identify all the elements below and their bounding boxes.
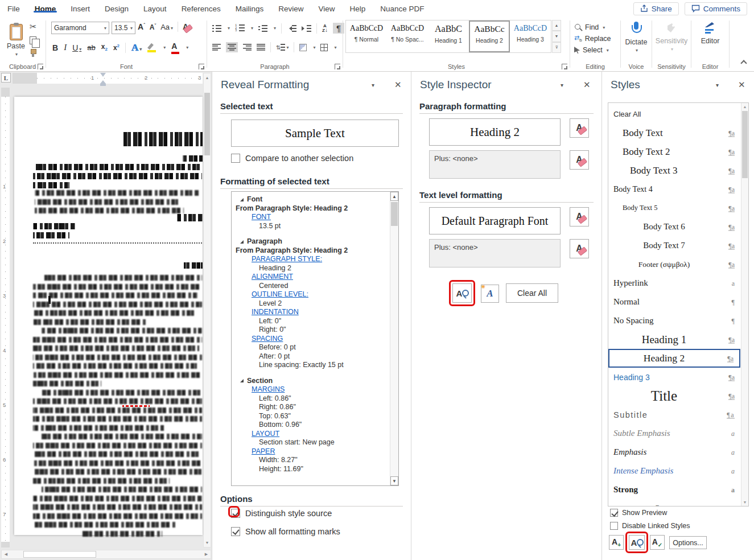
- format-link-font[interactable]: FONT: [236, 213, 389, 222]
- inspector-pane-close-icon[interactable]: ✕: [583, 80, 591, 90]
- grow-font-icon[interactable]: Aˆ: [138, 22, 145, 31]
- inspector-pane-menu-arrow[interactable]: ▾: [561, 82, 563, 88]
- compare-selection-row[interactable]: Compare to another selection: [231, 154, 353, 163]
- scroll-right-arrow[interactable]: ▶: [202, 550, 211, 558]
- format-link-alignment[interactable]: ALIGNMENT: [236, 273, 389, 282]
- scroll-left-arrow[interactable]: ◀: [2, 550, 10, 558]
- style-item-body-text-7[interactable]: Body Text 7¶a: [608, 236, 740, 255]
- gallery-expand-arrow[interactable]: ⊽: [552, 42, 561, 53]
- styles-scroll-up[interactable]: ▲: [741, 105, 748, 109]
- clipboard-dialog-launcher[interactable]: [38, 64, 43, 69]
- option-show-all-formatting-marks[interactable]: Show all formatting marks: [231, 527, 340, 536]
- checkbox[interactable]: [231, 509, 240, 518]
- share-button[interactable]: Share: [633, 2, 679, 15]
- select-button[interactable]: Select▾: [574, 44, 611, 56]
- style-item-heading-3[interactable]: Heading 3¶a: [608, 368, 740, 386]
- borders-button[interactable]: [320, 44, 328, 51]
- style-item-strong[interactable]: Stronga: [608, 480, 740, 499]
- menu-tab-help[interactable]: Help: [343, 5, 373, 13]
- checkbox[interactable]: [231, 527, 240, 536]
- underline-button[interactable]: U▾: [72, 43, 81, 52]
- gallery-up-arrow[interactable]: ▲: [552, 20, 561, 31]
- copy-icon[interactable]: [30, 36, 36, 44]
- menu-tab-view[interactable]: View: [311, 5, 342, 13]
- increase-indent-button[interactable]: [302, 25, 311, 32]
- clear-formatting-icon[interactable]: A: [183, 22, 188, 31]
- align-center-button[interactable]: [226, 42, 238, 52]
- menu-tab-references[interactable]: References: [174, 5, 228, 13]
- style-item-body-text[interactable]: Body Text¶a: [608, 123, 740, 142]
- style-item-body-text-5[interactable]: Body Text 5¶a: [608, 199, 740, 217]
- show-preview-checkbox[interactable]: [610, 509, 618, 517]
- sort-button[interactable]: AZ↓: [322, 24, 328, 32]
- clear-paragraph-plus-button[interactable]: A: [570, 150, 589, 170]
- gallery-style-heading-1[interactable]: AaBbCHeading 1: [428, 20, 469, 52]
- styles-pane-menu-arrow[interactable]: ▾: [716, 82, 719, 88]
- font-name-combobox[interactable]: Garamond▾: [51, 22, 109, 34]
- reveal-formatting-button[interactable]: A: [452, 283, 472, 303]
- styles-scroll-thumb[interactable]: [742, 111, 748, 178]
- menu-tab-mailings[interactable]: Mailings: [228, 5, 271, 13]
- format-link-indentation[interactable]: INDENTATION: [236, 308, 389, 317]
- gallery-style--normal[interactable]: AaBbCcD¶ Normal: [346, 20, 387, 52]
- reveal-pane-close-icon[interactable]: ✕: [394, 80, 402, 90]
- style-item-hyperlink[interactable]: Hyperlinka: [608, 274, 740, 293]
- clear-all-button[interactable]: Clear All: [506, 283, 558, 303]
- collapse-triangle-icon[interactable]: [240, 198, 244, 201]
- style-item-normal[interactable]: Normal¶: [608, 293, 740, 311]
- reveal-pane-menu-arrow[interactable]: ▾: [372, 82, 374, 88]
- style-item-subtle-emphasis[interactable]: Subtle Emphasisa: [608, 424, 740, 443]
- formatting-scrollbar[interactable]: ▲ ▼: [390, 192, 398, 485]
- font-dialog-launcher[interactable]: [199, 64, 204, 69]
- format-link-outline-level-[interactable]: OUTLINE LEVEL:: [236, 290, 389, 299]
- subscript-button[interactable]: x2: [101, 43, 108, 52]
- formatting-scroll-thumb[interactable]: [391, 202, 398, 226]
- scroll-down-arrow[interactable]: ▼: [204, 538, 211, 547]
- manage-styles-button[interactable]: A✓: [650, 535, 665, 550]
- gallery-style-heading-2[interactable]: AaBbCcHeading 2: [469, 20, 510, 52]
- bullets-button[interactable]: [212, 25, 221, 32]
- collapse-ribbon-chevron[interactable]: [740, 60, 747, 66]
- styles-scrollbar[interactable]: ▲ ▼: [741, 103, 748, 506]
- menu-tab-layout[interactable]: Layout: [136, 5, 174, 13]
- menu-tab-design[interactable]: Design: [97, 5, 136, 13]
- document-page[interactable]: [14, 97, 203, 535]
- align-left-button[interactable]: [212, 44, 221, 51]
- multilevel-list-button[interactable]: [258, 25, 267, 32]
- show-preview-row[interactable]: Show Preview: [610, 509, 667, 517]
- align-justify-button[interactable]: [257, 44, 265, 51]
- format-link-margins[interactable]: MARGINS: [236, 385, 389, 394]
- vertical-ruler[interactable]: 1234567: [1, 88, 10, 547]
- style-item-heading-1[interactable]: Heading 1¶a: [608, 330, 740, 349]
- align-right-button[interactable]: [243, 44, 252, 51]
- style-item-clear-all[interactable]: Clear All: [608, 105, 740, 123]
- menu-tab-file[interactable]: File: [0, 5, 27, 13]
- compare-selection-checkbox[interactable]: [231, 154, 240, 163]
- format-link-paragraph-style-[interactable]: PARAGRAPH STYLE:: [236, 255, 389, 264]
- gallery-style--no-spac-[interactable]: AaBbCcD¶ No Spac...: [387, 20, 428, 52]
- text-effects-button[interactable]: A▾: [131, 42, 142, 53]
- style-item-quote[interactable]: Quote¶a: [608, 499, 740, 507]
- new-style-button-styles-pane[interactable]: A+: [609, 535, 624, 550]
- menu-tab-insert[interactable]: Insert: [63, 5, 97, 13]
- dictate-button[interactable]: Dictate ▾: [621, 17, 651, 61]
- collapse-triangle-icon[interactable]: [240, 240, 244, 244]
- font-color-button[interactable]: A: [171, 41, 179, 54]
- style-item-intense-emphasis[interactable]: Intense Emphasisa: [608, 462, 740, 480]
- superscript-button[interactable]: x2: [113, 43, 120, 52]
- menu-tab-home[interactable]: Home: [27, 5, 64, 13]
- cut-icon[interactable]: ✂: [30, 22, 37, 32]
- gallery-style-heading-3[interactable]: AaBbCcDHeading 3: [510, 20, 551, 52]
- style-item-emphasis[interactable]: Emphasisa: [608, 443, 740, 462]
- options-button[interactable]: Options...: [669, 536, 707, 549]
- paragraph-dialog-launcher[interactable]: [335, 64, 340, 69]
- style-item-heading-2[interactable]: Heading 2¶a: [608, 349, 740, 368]
- option-distinguish-style-source[interactable]: Distinguish style source: [231, 509, 332, 518]
- style-item-body-text-4[interactable]: Body Text 4¶a: [608, 180, 740, 199]
- style-item-title[interactable]: Title¶a: [608, 386, 740, 405]
- gallery-down-arrow[interactable]: ▼: [552, 31, 561, 42]
- font-size-combobox[interactable]: 13.5▾: [112, 22, 135, 34]
- format-link-spacing[interactable]: SPACING: [236, 335, 389, 344]
- line-spacing-button[interactable]: ⇅▾: [276, 44, 289, 51]
- horizontal-ruler[interactable]: 123: [13, 73, 203, 84]
